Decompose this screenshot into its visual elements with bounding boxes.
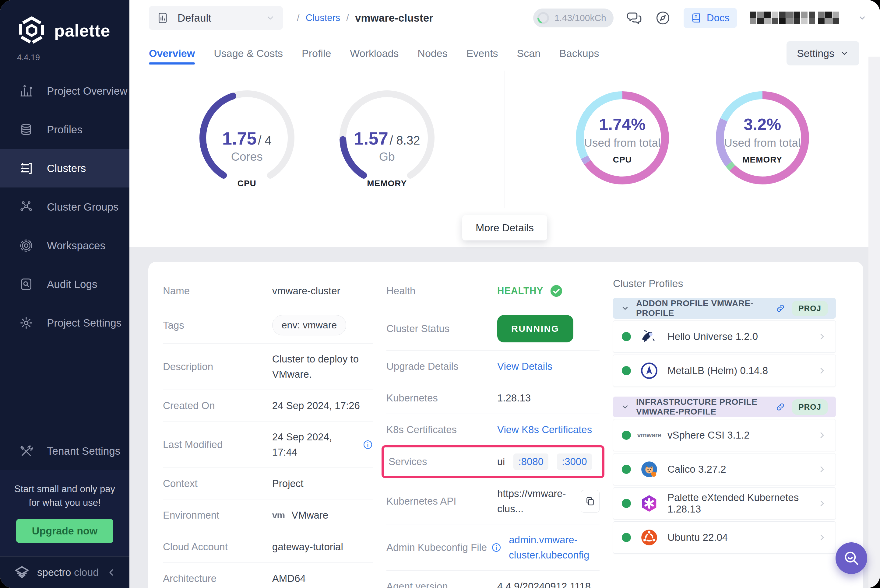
layer-name: MetalLB (Helm) 0.14.8 xyxy=(667,365,768,376)
detail-row-environment: EnvironmentvmVMware xyxy=(163,499,373,531)
scope-badge: PROJ xyxy=(792,301,828,316)
sidebar-item-label: Tenant Settings xyxy=(47,445,120,457)
sidebar-item-label: Cluster Groups xyxy=(47,201,119,213)
chevron-right-icon xyxy=(817,366,827,376)
profile-layer-ubuntu-22-04[interactable]: Ubuntu 22.04 xyxy=(613,521,836,554)
field-label: Tags xyxy=(163,320,272,331)
settings-button[interactable]: Settings xyxy=(787,41,859,65)
tab-events[interactable]: Events xyxy=(467,36,498,70)
link-icon[interactable] xyxy=(776,402,785,411)
breadcrumb-current: vmware-cluster xyxy=(355,12,433,24)
sidebar-item-label: Workspaces xyxy=(47,240,105,252)
sidebar-item-label: Audit Logs xyxy=(47,278,97,290)
service-port-link[interactable]: :8080 xyxy=(514,453,548,470)
compass-icon[interactable] xyxy=(655,10,671,26)
upgrade-now-button[interactable]: Upgrade now xyxy=(16,519,113,543)
details-column-left: Namevmware-clusterTagsenv: vmwareDescrip… xyxy=(163,275,373,588)
usage-quota-value: 1.43/100kCh xyxy=(554,13,606,23)
profile-layer-vsphere-csi-3-1-2[interactable]: vmware vSphere CSI 3.1.2 xyxy=(613,419,836,452)
book-icon xyxy=(691,12,702,23)
memory-gauge: 1.57 / 8.32 Gb MEMORY xyxy=(338,89,436,190)
view-details-link[interactable]: View Details xyxy=(497,361,553,372)
scrollbar-track[interactable] xyxy=(868,57,880,588)
node-graph-icon xyxy=(19,200,33,214)
profile-group-header[interactable]: ADDON PROFILE VMWARE-PROFILE PROJ xyxy=(613,298,836,319)
breadcrumb-clusters-link[interactable]: Clusters xyxy=(306,12,341,23)
detail-row-admin-kubeconfig-file: Admin Kubeconfig Fileadmin.vmware-cluste… xyxy=(386,524,599,570)
field-label: Kubernetes API xyxy=(386,495,497,507)
cluster-status-badge: RUNNING xyxy=(497,315,574,342)
tab-profile[interactable]: Profile xyxy=(302,36,331,70)
field-label: Context xyxy=(163,478,272,489)
detail-row-created-on: Created On24 Sep 2024, 17:26 xyxy=(163,390,373,421)
field-label: K8s Certificates xyxy=(386,424,497,435)
profile-layer-calico-3-27-2[interactable]: Calico 3.27.2 xyxy=(613,453,836,485)
health-status: HEALTHY xyxy=(497,285,543,296)
profile-layer-palette-extended-kubernetes-1-28-13[interactable]: Palette eXtended Kubernetes 1.28.13 xyxy=(613,487,836,519)
detail-row-cloud-account: Cloud Accountgateway-tutorial xyxy=(163,531,373,562)
metallb-icon xyxy=(640,361,659,380)
ubuntu-icon xyxy=(640,528,659,547)
profile-layer-metallb-helm-0-14-8[interactable]: MetalLB (Helm) 0.14.8 xyxy=(613,355,836,387)
upgrade-banner: Start small and only pay for what you us… xyxy=(0,470,129,556)
servers-icon xyxy=(19,161,33,176)
layer-name: Calico 3.27.2 xyxy=(667,464,726,475)
sidebar-item-project-settings[interactable]: Project Settings xyxy=(0,303,129,342)
tab-backups[interactable]: Backups xyxy=(559,36,599,70)
detail-row-kubernetes: Kubernetes1.28.13 xyxy=(386,382,599,414)
tab-nodes[interactable]: Nodes xyxy=(417,36,447,70)
sidebar-item-cluster-groups[interactable]: Cluster Groups xyxy=(0,188,129,226)
collapse-sidebar-icon[interactable] xyxy=(107,568,116,577)
field-label: Name xyxy=(163,285,272,297)
profile-layer-hello-universe-1-2-0[interactable]: Hello Universe 1.2.0 xyxy=(613,321,836,353)
orbit-icon xyxy=(19,238,33,253)
tab-workloads[interactable]: Workloads xyxy=(350,36,399,70)
utilization-charts: 1.75 / 4 Cores CPU 1.57 / 8.32 Gb MEMORY xyxy=(129,70,880,208)
status-dot xyxy=(622,499,631,508)
sidebar-item-tenant-settings[interactable]: Tenant Settings xyxy=(0,432,129,470)
pxk-icon xyxy=(640,494,659,513)
tab-usage-costs[interactable]: Usage & Costs xyxy=(214,36,283,70)
info-icon[interactable] xyxy=(363,440,373,450)
kubeconfig-link[interactable]: admin.vmware-cluster.kubeconfig xyxy=(509,532,599,562)
service-port-link[interactable]: :3000 xyxy=(557,453,592,470)
sidebar-item-audit-logs[interactable]: Audit Logs xyxy=(0,265,129,303)
usage-quota-pill[interactable]: 1.43/100kCh xyxy=(533,9,614,27)
sidebar-footer: spectro cloud xyxy=(0,556,129,588)
sidebar-item-project-overview[interactable]: Project Overview xyxy=(0,72,129,110)
user-menu[interactable] xyxy=(750,11,866,25)
detail-row-name: Namevmware-cluster xyxy=(163,275,373,307)
cpu-usage-donut: 1.74% Used from total CPU xyxy=(574,89,671,190)
project-selector-value: Default xyxy=(177,12,211,24)
cluster-profiles-section: Cluster Profiles ADDON PROFILE VMWARE-PR… xyxy=(613,275,849,588)
status-dot xyxy=(622,430,631,440)
kubernetes-api-url: https://vmware-clus... xyxy=(497,486,577,516)
more-details-button[interactable]: More Details xyxy=(462,215,547,240)
detail-row-architecture: ArchitectureAMD64 xyxy=(163,562,373,588)
footer-brand: spectro cloud xyxy=(37,566,99,578)
project-selector-dropdown[interactable]: Default xyxy=(149,6,283,30)
detail-row-description: DescriptionCluster to deploy to VMware. xyxy=(163,343,373,390)
profile-group-addon-profile-vmware-profile: ADDON PROFILE VMWARE-PROFILE PROJ Hello … xyxy=(613,298,836,387)
copy-button[interactable] xyxy=(581,490,599,513)
docs-button[interactable]: Docs xyxy=(683,8,737,28)
sidebar-item-profiles[interactable]: Profiles xyxy=(0,110,129,149)
tab-scan[interactable]: Scan xyxy=(517,36,541,70)
search-help-fab[interactable] xyxy=(835,542,867,574)
link-icon[interactable] xyxy=(776,304,785,313)
field-label: Created On xyxy=(163,400,272,411)
redacted-user-info xyxy=(750,11,853,25)
detail-row-last-modified: Last Modified24 Sep 2024, 17:44 xyxy=(163,421,373,468)
calico-icon xyxy=(640,460,659,479)
view-k8s-certificates-link[interactable]: View K8s Certificates xyxy=(497,424,592,435)
upgrade-message-line1: Start small and only pay xyxy=(11,482,119,496)
tab-overview[interactable]: Overview xyxy=(149,36,195,70)
sidebar-item-clusters[interactable]: Clusters xyxy=(0,149,129,188)
info-icon[interactable] xyxy=(491,542,502,553)
docs-label: Docs xyxy=(707,12,730,24)
gear-icon xyxy=(19,316,33,330)
profile-group-header[interactable]: INFRASTRUCTURE PROFILE VMWARE-PROFILE PR… xyxy=(613,397,836,417)
sidebar-item-workspaces[interactable]: Workspaces xyxy=(0,226,129,265)
chat-icon[interactable] xyxy=(626,10,642,26)
cluster-profiles-title: Cluster Profiles xyxy=(613,278,836,290)
